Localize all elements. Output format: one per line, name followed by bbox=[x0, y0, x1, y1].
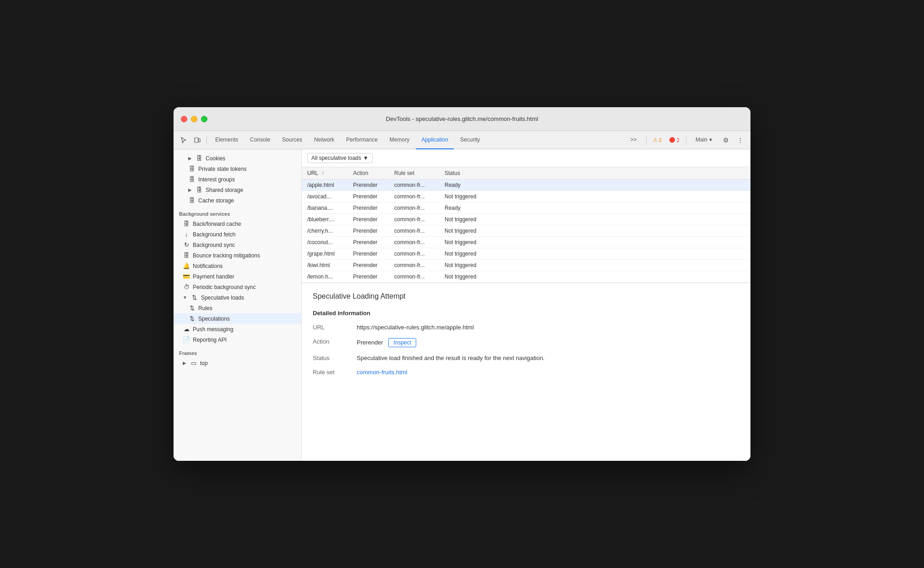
main-panel: All speculative loads ▼ URL ↑ bbox=[302, 149, 750, 461]
more-options-icon[interactable]: ⋮ bbox=[734, 134, 747, 147]
detail-label-ruleset: Rule set bbox=[313, 369, 349, 376]
detail-row-ruleset: Rule set common-fruits.html bbox=[313, 369, 739, 376]
arrow-down-icon: ↓ bbox=[183, 231, 190, 238]
cell-status: Not triggered bbox=[439, 214, 750, 225]
more-tabs-button[interactable]: >> bbox=[625, 131, 642, 149]
filter-bar: All speculative loads ▼ bbox=[302, 149, 750, 167]
sidebar-item-private-state-tokens[interactable]: 🗄 Private state tokens bbox=[174, 164, 301, 174]
detail-label-action: Action bbox=[313, 338, 349, 347]
tab-memory[interactable]: Memory bbox=[384, 131, 415, 149]
cell-url: /lemon.h... bbox=[302, 271, 348, 283]
db-icon-5: 🗄 bbox=[188, 197, 196, 204]
sidebar-item-push-messaging[interactable]: ☁ Push messaging bbox=[174, 324, 301, 334]
detail-row-status: Status Speculative load finished and the… bbox=[313, 355, 739, 361]
cell-url: /kiwi.html bbox=[302, 260, 348, 271]
cell-action: Prerender bbox=[348, 180, 389, 191]
table-row[interactable]: /apple.html Prerender common-fr... Ready bbox=[302, 180, 750, 191]
maximize-button[interactable] bbox=[201, 116, 207, 122]
db-icon-3: 🗄 bbox=[188, 176, 196, 183]
col-header-action[interactable]: Action bbox=[348, 167, 389, 180]
sidebar-item-periodic-background-sync[interactable]: ⏱ Periodic background sync bbox=[174, 282, 301, 292]
settings-icon[interactable]: ⚙ bbox=[719, 134, 732, 147]
sidebar-item-back-forward-cache[interactable]: 🗄 Back/forward cache bbox=[174, 218, 301, 229]
col-header-ruleset[interactable]: Rule set bbox=[389, 167, 439, 180]
cell-ruleset: common-fr... bbox=[389, 260, 439, 271]
filter-dropdown[interactable]: All speculative loads ▼ bbox=[307, 153, 373, 163]
triangle-icon-2: ▶ bbox=[188, 187, 192, 192]
tab-security[interactable]: Security bbox=[455, 131, 485, 149]
table-row[interactable]: /avocad... Prerender common-fr... Not tr… bbox=[302, 191, 750, 202]
cell-ruleset: common-fr... bbox=[389, 191, 439, 202]
cell-url: /coconut... bbox=[302, 237, 348, 248]
frames-label: Frames bbox=[174, 345, 301, 358]
minimize-button[interactable] bbox=[191, 116, 197, 122]
arrows-icon-2: ⇅ bbox=[188, 305, 196, 311]
sidebar-item-cookies[interactable]: ▶ 🗄 Cookies bbox=[174, 153, 301, 164]
cell-status: Not triggered bbox=[439, 248, 750, 260]
cell-action: Prerender bbox=[348, 202, 389, 214]
cell-action: Prerender bbox=[348, 260, 389, 271]
tab-application[interactable]: Application bbox=[416, 131, 454, 149]
cursor-icon[interactable] bbox=[177, 134, 190, 147]
sidebar-item-background-fetch[interactable]: ↓ Background fetch bbox=[174, 229, 301, 240]
table-row[interactable]: /banana.... Prerender common-fr... Ready bbox=[302, 202, 750, 214]
cell-ruleset: common-fr... bbox=[389, 225, 439, 237]
sidebar-item-background-sync[interactable]: ↻ Background sync bbox=[174, 240, 301, 250]
toolbar-separator-2 bbox=[646, 136, 647, 145]
col-header-status[interactable]: Status bbox=[439, 167, 750, 180]
table-row[interactable]: /blueberr.... Prerender common-fr... Not… bbox=[302, 214, 750, 225]
cell-url: /blueberr.... bbox=[302, 214, 348, 225]
clock-icon: ⏱ bbox=[183, 284, 190, 290]
cell-status: Not triggered bbox=[439, 225, 750, 237]
sidebar-item-shared-storage[interactable]: ▶ 🗄 Shared storage bbox=[174, 185, 301, 195]
table-row[interactable]: /lemon.h... Prerender common-fr... Not t… bbox=[302, 271, 750, 283]
inspect-button[interactable]: Inspect bbox=[388, 338, 416, 347]
sidebar-item-rules[interactable]: ⇅ Rules bbox=[174, 303, 301, 313]
table-row[interactable]: /coconut... Prerender common-fr... Not t… bbox=[302, 237, 750, 248]
table-row[interactable]: /cherry.h... Prerender common-fr... Not … bbox=[302, 225, 750, 237]
table-row[interactable]: /kiwi.html Prerender common-fr... Not tr… bbox=[302, 260, 750, 271]
sidebar-item-reporting-api[interactable]: 📄 Reporting API bbox=[174, 334, 301, 345]
db-icon-6: 🗄 bbox=[183, 220, 190, 227]
close-button[interactable] bbox=[181, 116, 187, 122]
cloud-icon: ☁ bbox=[183, 326, 190, 333]
col-header-url[interactable]: URL ↑ bbox=[302, 167, 348, 180]
detail-section-title: Detailed information bbox=[313, 310, 739, 317]
sidebar-item-interest-groups[interactable]: 🗄 Interest groups bbox=[174, 174, 301, 185]
arrows-icon-3: ⇅ bbox=[188, 315, 196, 322]
sidebar-item-speculations[interactable]: ⇅ Speculations bbox=[174, 313, 301, 324]
toolbar-right: >> ⚠ 2 🔴 2 Main ▾ ⚙ bbox=[625, 131, 747, 149]
sidebar-item-top[interactable]: ▶ ▭ top bbox=[174, 358, 301, 368]
detail-value-action: Prerender Inspect bbox=[357, 338, 416, 347]
arrows-icon: ⇅ bbox=[191, 294, 198, 301]
db-icon-4: 🗄 bbox=[196, 186, 203, 193]
window-title: DevTools - speculative-rules.glitch.me/c… bbox=[386, 115, 538, 122]
cell-ruleset: common-fr... bbox=[389, 271, 439, 283]
db-icon-7: 🗄 bbox=[183, 252, 190, 259]
tab-performance[interactable]: Performance bbox=[341, 131, 383, 149]
db-icon: 🗄 bbox=[196, 155, 203, 162]
devtools-window: DevTools - speculative-rules.glitch.me/c… bbox=[174, 107, 750, 461]
sidebar-item-cache-storage[interactable]: 🗄 Cache storage bbox=[174, 195, 301, 206]
warning-icon: ⚠ bbox=[653, 137, 658, 143]
tab-console[interactable]: Console bbox=[245, 131, 276, 149]
tab-network[interactable]: Network bbox=[309, 131, 340, 149]
error-badge: 🔴 2 bbox=[666, 136, 682, 144]
toolbar: Elements Console Sources Network Perform… bbox=[174, 131, 750, 149]
cell-status: Not triggered bbox=[439, 237, 750, 248]
ruleset-link[interactable]: common-fruits.html bbox=[357, 369, 408, 376]
sidebar-item-notifications[interactable]: 🔔 Notifications bbox=[174, 261, 301, 271]
cell-action: Prerender bbox=[348, 191, 389, 202]
main-dropdown[interactable]: Main ▾ bbox=[690, 131, 717, 149]
cell-url: /avocad... bbox=[302, 191, 348, 202]
sidebar-item-payment-handler[interactable]: 💳 Payment handler bbox=[174, 271, 301, 282]
detail-value-status: Speculative load finished and the result… bbox=[357, 355, 544, 361]
device-icon[interactable] bbox=[191, 134, 204, 147]
cell-url: /banana.... bbox=[302, 202, 348, 214]
tab-sources[interactable]: Sources bbox=[277, 131, 308, 149]
triangle-icon-3: ▶ bbox=[183, 360, 186, 366]
sidebar-item-speculative-loads[interactable]: ▼ ⇅ Speculative loads bbox=[174, 292, 301, 303]
table-row[interactable]: /grape.html Prerender common-fr... Not t… bbox=[302, 248, 750, 260]
tab-elements[interactable]: Elements bbox=[210, 131, 244, 149]
sidebar-item-bounce-tracking[interactable]: 🗄 Bounce tracking mitigations bbox=[174, 250, 301, 261]
